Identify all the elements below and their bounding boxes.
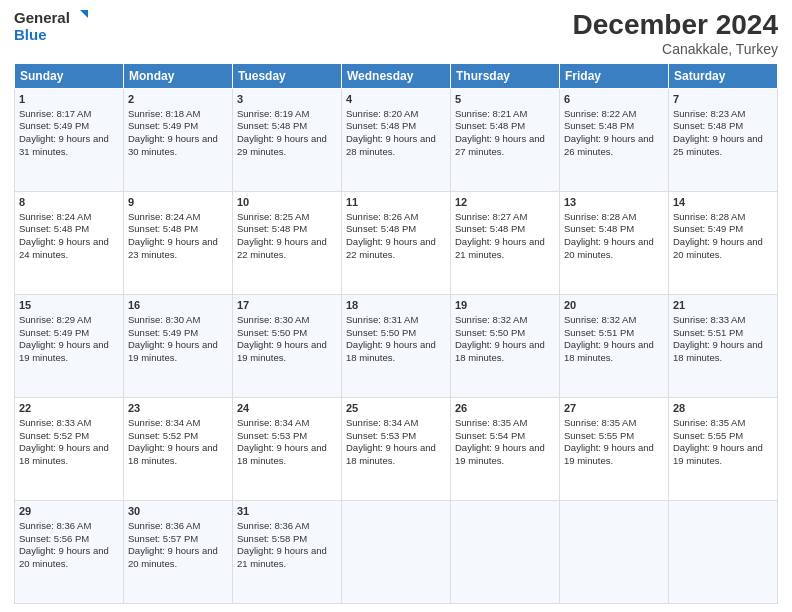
daylight-text: Daylight: 9 hours and 20 minutes. [19,545,109,569]
day-number: 25 [346,401,446,416]
col-header-saturday: Saturday [669,63,778,88]
calendar-cell: 27Sunrise: 8:35 AMSunset: 5:55 PMDayligh… [560,397,669,500]
sunrise-text: Sunrise: 8:36 AM [237,520,309,531]
daylight-text: Daylight: 9 hours and 26 minutes. [564,133,654,157]
sunrise-text: Sunrise: 8:36 AM [19,520,91,531]
calendar-cell: 9Sunrise: 8:24 AMSunset: 5:48 PMDaylight… [124,191,233,294]
sunrise-text: Sunrise: 8:30 AM [237,314,309,325]
col-header-wednesday: Wednesday [342,63,451,88]
day-number: 3 [237,92,337,107]
day-number: 10 [237,195,337,210]
sunset-text: Sunset: 5:55 PM [564,430,634,441]
sunrise-text: Sunrise: 8:24 AM [19,211,91,222]
sunset-text: Sunset: 5:49 PM [128,120,198,131]
calendar-cell: 6Sunrise: 8:22 AMSunset: 5:48 PMDaylight… [560,88,669,191]
calendar-cell: 20Sunrise: 8:32 AMSunset: 5:51 PMDayligh… [560,294,669,397]
daylight-text: Daylight: 9 hours and 18 minutes. [455,339,545,363]
logo: General Blue [14,10,88,43]
day-number: 27 [564,401,664,416]
sunset-text: Sunset: 5:48 PM [237,120,307,131]
daylight-text: Daylight: 9 hours and 29 minutes. [237,133,327,157]
sunset-text: Sunset: 5:48 PM [346,223,416,234]
daylight-text: Daylight: 9 hours and 20 minutes. [128,545,218,569]
calendar-cell: 19Sunrise: 8:32 AMSunset: 5:50 PMDayligh… [451,294,560,397]
calendar-cell [451,500,560,603]
sunset-text: Sunset: 5:48 PM [346,120,416,131]
calendar-cell: 11Sunrise: 8:26 AMSunset: 5:48 PMDayligh… [342,191,451,294]
calendar-cell: 7Sunrise: 8:23 AMSunset: 5:48 PMDaylight… [669,88,778,191]
sunset-text: Sunset: 5:49 PM [128,327,198,338]
day-number: 14 [673,195,773,210]
calendar-cell: 8Sunrise: 8:24 AMSunset: 5:48 PMDaylight… [15,191,124,294]
calendar-cell: 16Sunrise: 8:30 AMSunset: 5:49 PMDayligh… [124,294,233,397]
calendar-cell: 3Sunrise: 8:19 AMSunset: 5:48 PMDaylight… [233,88,342,191]
calendar-cell: 5Sunrise: 8:21 AMSunset: 5:48 PMDaylight… [451,88,560,191]
sunrise-text: Sunrise: 8:31 AM [346,314,418,325]
sunset-text: Sunset: 5:50 PM [237,327,307,338]
sunset-text: Sunset: 5:49 PM [673,223,743,234]
sunrise-text: Sunrise: 8:29 AM [19,314,91,325]
day-number: 28 [673,401,773,416]
sunset-text: Sunset: 5:48 PM [19,223,89,234]
sunrise-text: Sunrise: 8:30 AM [128,314,200,325]
sunset-text: Sunset: 5:58 PM [237,533,307,544]
day-number: 20 [564,298,664,313]
sunrise-text: Sunrise: 8:18 AM [128,108,200,119]
logo-general: General [14,10,70,27]
logo-arrow-icon [72,10,88,26]
day-number: 11 [346,195,446,210]
daylight-text: Daylight: 9 hours and 30 minutes. [128,133,218,157]
day-number: 19 [455,298,555,313]
daylight-text: Daylight: 9 hours and 19 minutes. [455,442,545,466]
calendar-cell: 2Sunrise: 8:18 AMSunset: 5:49 PMDaylight… [124,88,233,191]
daylight-text: Daylight: 9 hours and 18 minutes. [673,339,763,363]
sunset-text: Sunset: 5:52 PM [19,430,89,441]
calendar-cell: 10Sunrise: 8:25 AMSunset: 5:48 PMDayligh… [233,191,342,294]
daylight-text: Daylight: 9 hours and 24 minutes. [19,236,109,260]
sunset-text: Sunset: 5:56 PM [19,533,89,544]
daylight-text: Daylight: 9 hours and 18 minutes. [237,442,327,466]
day-number: 23 [128,401,228,416]
calendar-cell: 12Sunrise: 8:27 AMSunset: 5:48 PMDayligh… [451,191,560,294]
sunset-text: Sunset: 5:48 PM [564,223,634,234]
sunrise-text: Sunrise: 8:28 AM [673,211,745,222]
sunrise-text: Sunrise: 8:35 AM [455,417,527,428]
sunset-text: Sunset: 5:53 PM [346,430,416,441]
sunrise-text: Sunrise: 8:32 AM [455,314,527,325]
day-number: 7 [673,92,773,107]
daylight-text: Daylight: 9 hours and 18 minutes. [346,339,436,363]
daylight-text: Daylight: 9 hours and 31 minutes. [19,133,109,157]
sunrise-text: Sunrise: 8:17 AM [19,108,91,119]
calendar-cell: 17Sunrise: 8:30 AMSunset: 5:50 PMDayligh… [233,294,342,397]
sunset-text: Sunset: 5:48 PM [237,223,307,234]
sunset-text: Sunset: 5:48 PM [128,223,198,234]
day-number: 22 [19,401,119,416]
daylight-text: Daylight: 9 hours and 19 minutes. [237,339,327,363]
sunrise-text: Sunrise: 8:33 AM [19,417,91,428]
sunrise-text: Sunrise: 8:24 AM [128,211,200,222]
calendar-cell: 29Sunrise: 8:36 AMSunset: 5:56 PMDayligh… [15,500,124,603]
calendar-cell: 4Sunrise: 8:20 AMSunset: 5:48 PMDaylight… [342,88,451,191]
day-number: 17 [237,298,337,313]
daylight-text: Daylight: 9 hours and 25 minutes. [673,133,763,157]
daylight-text: Daylight: 9 hours and 19 minutes. [19,339,109,363]
calendar-cell: 13Sunrise: 8:28 AMSunset: 5:48 PMDayligh… [560,191,669,294]
sunrise-text: Sunrise: 8:19 AM [237,108,309,119]
sunset-text: Sunset: 5:54 PM [455,430,525,441]
sunrise-text: Sunrise: 8:27 AM [455,211,527,222]
daylight-text: Daylight: 9 hours and 21 minutes. [455,236,545,260]
calendar-cell: 28Sunrise: 8:35 AMSunset: 5:55 PMDayligh… [669,397,778,500]
sunset-text: Sunset: 5:51 PM [564,327,634,338]
daylight-text: Daylight: 9 hours and 23 minutes. [128,236,218,260]
sunset-text: Sunset: 5:49 PM [19,120,89,131]
day-number: 15 [19,298,119,313]
day-number: 24 [237,401,337,416]
day-number: 1 [19,92,119,107]
title-block: December 2024 Canakkale, Turkey [573,10,778,57]
sunrise-text: Sunrise: 8:36 AM [128,520,200,531]
day-number: 4 [346,92,446,107]
sunrise-text: Sunrise: 8:32 AM [564,314,636,325]
sunrise-text: Sunrise: 8:33 AM [673,314,745,325]
day-number: 9 [128,195,228,210]
calendar-cell [560,500,669,603]
